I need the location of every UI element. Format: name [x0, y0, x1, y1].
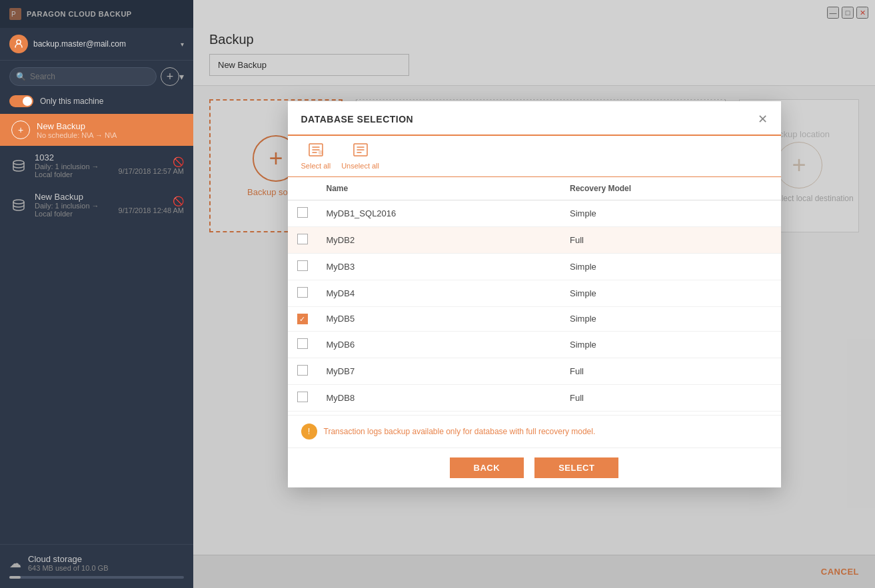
db-name-MyDB2: MyDB2	[317, 226, 561, 253]
select-all-button[interactable]: Select all	[301, 143, 331, 170]
db-name-MyDB8: MyDB8	[317, 385, 561, 412]
row-checkbox-MyDB2[interactable]	[297, 234, 308, 244]
db-recovery-MyDB6: Simple	[560, 332, 780, 358]
table-row: MyDB3Simple	[288, 253, 781, 280]
modal-title: DATABASE SELECTION	[301, 114, 414, 125]
sidebar-item-new-backup-active[interactable]: + New Backup No schedule: N\A → N\A	[0, 114, 193, 146]
db-icon-newbackup2	[9, 196, 28, 214]
database-selection-modal: DATABASE SELECTION ✕ Select all	[288, 101, 781, 487]
main-content: — □ ✕ Backup + Backup source Backup to B…	[193, 0, 875, 588]
item-new-backup2-name: New Backup	[35, 192, 119, 202]
cloud-storage-label: Cloud storage	[28, 554, 108, 564]
app-logo-icon: P	[9, 8, 21, 20]
machine-toggle-row: Only this machine	[0, 93, 193, 114]
search-icon: 🔍	[16, 72, 26, 81]
select-all-icon	[308, 143, 324, 160]
item-1032-name: 1032	[35, 152, 119, 162]
sidebar-item-new-backup-2[interactable]: New Backup Daily: 1 inclusion → Local fo…	[0, 185, 193, 224]
svg-point-3	[13, 200, 24, 204]
db-name-MyDB4: MyDB4	[317, 280, 561, 306]
row-checkbox-MyDB1_SQL2016[interactable]	[297, 207, 308, 218]
col-recovery-header: Recovery Model	[560, 177, 780, 200]
account-avatar	[9, 35, 28, 53]
search-input[interactable]	[9, 67, 157, 86]
sidebar: P PARAGON CLOUD BACKUP backup.master@mai…	[0, 0, 193, 588]
row-checkbox-MyDB4[interactable]	[297, 287, 308, 298]
storage-fill	[9, 576, 21, 579]
svg-text:P: P	[11, 11, 16, 18]
row-checkbox-MyDB7[interactable]	[297, 365, 308, 376]
unselect-all-label: Unselect all	[341, 162, 379, 170]
col-checkbox	[288, 177, 317, 200]
table-row: MyDB8Full	[288, 385, 781, 412]
new-backup-add-icon: +	[11, 121, 30, 139]
svg-point-5	[319, 150, 323, 154]
row-checkbox-MyDB6[interactable]	[297, 338, 308, 349]
modal-close-button[interactable]: ✕	[758, 112, 768, 127]
modal-notice: ! Transaction logs backup available only…	[288, 415, 781, 447]
table-row: MyDB4Simple	[288, 280, 781, 306]
item-1032-sub: Daily: 1 inclusion → Local folder	[35, 162, 119, 178]
modal-header: DATABASE SELECTION ✕	[288, 101, 781, 136]
item-1032-date: 9/17/2018 12:57 AM	[119, 167, 184, 175]
storage-bar	[9, 576, 184, 579]
notice-text: Transaction logs backup available only f…	[324, 427, 596, 436]
dropdown-arrow-button[interactable]: ▾	[179, 71, 184, 82]
unselect-all-button[interactable]: Unselect all	[341, 143, 379, 170]
select-all-label: Select all	[301, 162, 331, 170]
table-row: MyDB2Full	[288, 226, 781, 253]
notice-icon: !	[301, 424, 317, 440]
row-checkbox-MyDB3[interactable]	[297, 260, 308, 271]
table-row: ✓MyDB5Simple	[288, 306, 781, 332]
db-recovery-MyDB4: Simple	[560, 280, 780, 306]
db-recovery-MyDB2: Full	[560, 226, 780, 253]
new-backup-name: New Backup	[37, 121, 184, 131]
item-new-backup2-date: 9/17/2018 12:48 AM	[119, 206, 184, 214]
db-table: Name Recovery Model MyDB1_SQL2016SimpleM…	[288, 177, 781, 415]
account-row[interactable]: backup.master@mail.com ▾	[0, 28, 193, 61]
db-name-MyDB1_SQL2016: MyDB1_SQL2016	[317, 200, 561, 226]
forbidden-icon-1032: 🚫	[173, 156, 184, 167]
cloud-storage-sub: 643 MB used of 10.0 GB	[28, 564, 108, 572]
db-recovery-MyDB5: Simple	[560, 306, 780, 332]
app-title: PARAGON CLOUD BACKUP	[27, 10, 132, 18]
svg-point-2	[13, 160, 24, 164]
sidebar-item-1032[interactable]: 1032 Daily: 1 inclusion → Local folder 🚫…	[0, 146, 193, 185]
modal-overlay: DATABASE SELECTION ✕ Select all	[193, 0, 875, 588]
modal-footer: BACK SELECT	[288, 447, 781, 487]
row-checkbox-MyDB8[interactable]	[297, 392, 308, 402]
add-backup-button[interactable]: +	[161, 67, 179, 86]
db-name-MyDB5: MyDB5	[317, 306, 561, 332]
db-recovery-MyDB1_SQL2016: Simple	[560, 200, 780, 226]
select-button[interactable]: SELECT	[534, 457, 618, 478]
forbidden-icon-2: 🚫	[173, 196, 184, 206]
back-button[interactable]: BACK	[450, 457, 524, 478]
db-icon-1032	[9, 156, 28, 175]
db-name-MyDB6: MyDB6	[317, 332, 561, 358]
cloud-icon: ☁	[9, 556, 21, 571]
table-row: MyDB6Simple	[288, 332, 781, 358]
table-row: MyDB1_SQL2016Simple	[288, 200, 781, 226]
account-email: backup.master@mail.com	[33, 39, 181, 49]
col-name-header: Name	[317, 177, 561, 200]
db-name-MyDB3: MyDB3	[317, 253, 561, 280]
sidebar-footer: ☁ Cloud storage 643 MB used of 10.0 GB	[0, 544, 193, 588]
toggle-label: Only this machine	[40, 97, 103, 106]
db-name-MyDB7: MyDB7	[317, 358, 561, 385]
sidebar-header: P PARAGON CLOUD BACKUP	[0, 0, 193, 28]
modal-table-wrap: Name Recovery Model MyDB1_SQL2016SimpleM…	[288, 177, 781, 415]
db-recovery-MyDB8: Full	[560, 385, 780, 412]
db-recovery-MyDB7: Full	[560, 358, 780, 385]
db-recovery-MyDB3: Simple	[560, 253, 780, 280]
unselect-all-icon	[353, 143, 369, 160]
modal-toolbar: Select all Unselect all	[288, 136, 781, 177]
row-checkbox-MyDB5[interactable]: ✓	[297, 314, 308, 324]
new-backup-sub: No schedule: N\A → N\A	[37, 131, 184, 139]
search-area: 🔍 + ▾	[0, 61, 193, 93]
item-new-backup2-sub: Daily: 1 inclusion → Local folder	[35, 202, 119, 218]
only-machine-toggle[interactable]	[9, 95, 33, 107]
table-row: MyDB7Full	[288, 358, 781, 385]
chevron-down-icon: ▾	[181, 41, 184, 48]
